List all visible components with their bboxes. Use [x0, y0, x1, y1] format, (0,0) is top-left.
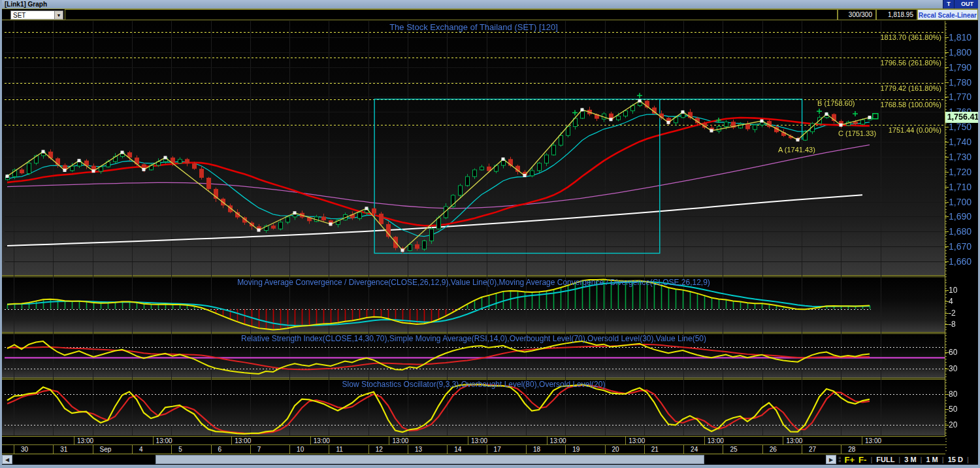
main-chart-title: The Stock Exchange of Thailand (SET) [12…	[2, 22, 945, 32]
stoch-tick-label: 20	[949, 420, 957, 429]
app-window: [Link1] Graph T OUT SET ▼ 300/300 1,818.…	[0, 0, 980, 468]
swing-annotation: C (1751.33)	[838, 129, 876, 137]
y-axis-tick-label: 1,700	[949, 197, 972, 207]
date-axis-label: 4	[132, 445, 171, 454]
date-axis-label: 7	[250, 445, 289, 454]
stoch-tick-label: 80	[949, 390, 957, 399]
y-axis-tick-label: 1,730	[949, 152, 972, 162]
time-axis-label: 13:00	[625, 437, 702, 444]
date-axis-label: 12	[368, 445, 408, 454]
rsi-title: Relative Strength Index(CLOSE,14,30,70),…	[2, 334, 945, 343]
macd-title: Moving Average Convergence / Divergence(…	[2, 278, 945, 287]
date-axis-label: 24	[683, 445, 723, 454]
fib-level-label: 1796.56 (261.80%)	[811, 59, 941, 67]
time-axis-label: 13:00	[783, 437, 860, 444]
date-axis-label: 21	[644, 445, 683, 454]
y-axis-tick-label: 1,720	[949, 167, 972, 177]
macd-tick-label: 10	[949, 286, 957, 295]
date-axis-label: Sep	[93, 445, 132, 454]
date-axis-label: 30	[14, 445, 53, 454]
swing-annotation: B (1758.60)	[817, 99, 855, 107]
date-axis: 3031Sep456710111213141718192021242526272…	[2, 445, 945, 454]
macd-tick-label: 4	[949, 297, 953, 306]
y-axis-tick-label: 1,800	[949, 47, 972, 58]
scroll-right-button[interactable]: ▶	[826, 455, 836, 464]
time-axis-label: 13:00	[389, 437, 466, 444]
time-axis-label: 13:00	[74, 437, 151, 444]
divider: |	[942, 456, 944, 463]
y-axis-tick-label: 1,690	[949, 211, 972, 222]
last-price-tag: 1,756.41	[945, 112, 980, 123]
y-axis-tick-label: 1,710	[949, 182, 972, 192]
rsi-tick-label: 30	[949, 364, 957, 373]
date-axis-label: 10	[289, 445, 329, 454]
macd-tick-label: -2	[949, 309, 956, 318]
date-axis-label: 6	[211, 445, 250, 454]
rsi-tick-label: 60	[949, 348, 957, 357]
divider: |	[898, 456, 900, 463]
time-axis-label: 13:00	[547, 437, 624, 444]
macd-tick-label: -8	[949, 320, 956, 329]
zoom-in-button[interactable]: F+	[845, 455, 855, 465]
grip-handle-icon[interactable]: ⁞⁞	[838, 456, 841, 463]
horizontal-scrollbar: ◀ ▶ ⁞⁞ F+ F- |FULL|3 M|1 M|15 D|	[2, 454, 980, 465]
y-axis-tick-label: 1,680	[949, 226, 972, 237]
range-button-full[interactable]: FULL	[876, 456, 894, 463]
divider: |	[921, 456, 923, 463]
time-axis-label: 13:00	[231, 437, 308, 444]
date-axis-label: 18	[526, 445, 565, 454]
scroll-left-button[interactable]: ◀	[2, 455, 12, 464]
divider: |	[967, 456, 969, 463]
y-axis-tick-label: 1,750	[949, 122, 972, 132]
window-bottom-edge	[0, 465, 980, 468]
stoch-tick-label: 50	[949, 405, 957, 414]
range-button-15d[interactable]: 15 D	[948, 456, 963, 463]
swing-annotation: A (1741.43)	[778, 146, 815, 154]
date-axis-label: 11	[329, 445, 368, 454]
date-axis-label: 5	[171, 445, 210, 454]
y-axis-tick-label: 1,670	[949, 241, 972, 252]
time-axis: 13:0013:0013:0013:0013:0013:0013:0013:00…	[2, 436, 945, 445]
y-axis-tick-label: 1,660	[949, 256, 972, 267]
range-toolbar: ⁞⁞ F+ F- |FULL|3 M|1 M|15 D|	[838, 454, 969, 465]
date-axis-label: 19	[565, 445, 604, 454]
date-axis-label: 17	[487, 445, 526, 454]
time-axis-label: 13:00	[153, 437, 230, 444]
y-axis-tick-label: 1,810	[949, 32, 972, 42]
date-axis-label: 27	[802, 445, 841, 454]
time-axis-label: 13:00	[704, 437, 781, 444]
scrollbar-thumb[interactable]	[155, 455, 704, 464]
stoch-title: Slow Stochastics Oscillator(9,3,3),Overb…	[2, 380, 945, 389]
time-axis-label: 13:00	[468, 437, 545, 444]
time-axis-label: 13:00	[310, 437, 387, 444]
fib-level-label: 1813.70 (361.80%)	[811, 33, 941, 41]
date-axis-label: 31	[53, 445, 92, 454]
range-button-1m[interactable]: 1 M	[926, 456, 938, 463]
y-axis-tick-label: 1,740	[949, 137, 972, 147]
date-axis-label: 26	[762, 445, 802, 454]
chart-canvas[interactable]	[2, 0, 980, 468]
date-axis-label: 20	[605, 445, 644, 454]
y-axis-tick-label: 1,790	[949, 62, 972, 73]
date-axis-label: 14	[447, 445, 486, 454]
date-axis-label: 25	[723, 445, 762, 454]
zoom-out-button[interactable]: F-	[858, 455, 866, 465]
range-button-3m[interactable]: 3 M	[904, 456, 916, 463]
date-axis-label: 13	[408, 445, 447, 454]
y-axis-tick-label: 1,780	[949, 77, 972, 88]
fib-level-label: 1779.42 (161.80%)	[811, 84, 941, 92]
time-axis-label: 13:00	[862, 437, 939, 444]
divider: |	[870, 456, 872, 463]
date-axis-label: 28	[841, 445, 880, 454]
y-axis-tick-label: 1,770	[949, 92, 972, 102]
